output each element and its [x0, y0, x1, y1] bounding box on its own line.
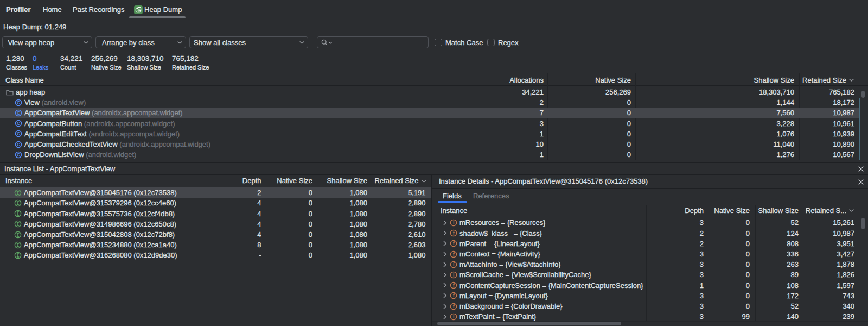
svg-text:C: C — [17, 100, 20, 105]
svg-text:C: C — [17, 142, 20, 147]
svg-text:f: f — [453, 230, 455, 236]
svg-text:C: C — [17, 121, 20, 126]
svg-text:C: C — [17, 110, 20, 116]
svg-text:f: f — [453, 272, 455, 278]
svg-text:C: C — [17, 152, 20, 158]
svg-text:f: f — [453, 220, 455, 225]
svg-text:f: f — [453, 293, 455, 299]
svg-text:f: f — [453, 252, 455, 257]
svg-text:C: C — [17, 131, 20, 136]
svg-text:f: f — [453, 314, 455, 319]
svg-text:f: f — [453, 241, 455, 247]
svg-text:f: f — [453, 262, 455, 267]
svg-text:f: f — [453, 283, 455, 288]
svg-text:f: f — [453, 304, 455, 309]
